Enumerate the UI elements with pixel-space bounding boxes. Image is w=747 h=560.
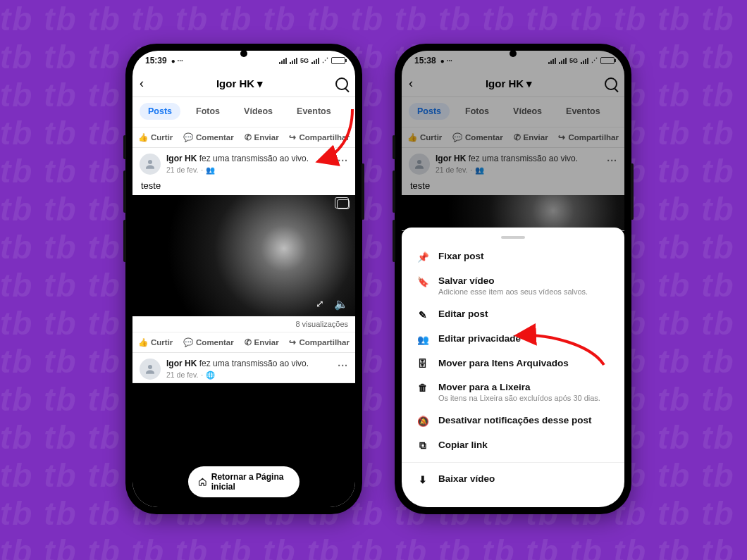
post-header-text: Igor HK fez uma transmissão ao vivo. 21 …: [436, 154, 578, 175]
post-actions-top: 👍 Curtir 💬 Comentar ✆ Enviar ↪ Compartil…: [402, 127, 624, 148]
people-icon: 👥: [416, 333, 430, 345]
app-bar: ‹ Igor HK ▾: [402, 70, 624, 97]
annotation-arrow: [303, 102, 374, 173]
dropdown-caret-icon: ▾: [257, 77, 263, 90]
camera-notch: [240, 50, 247, 57]
svg-point-0: [148, 160, 152, 164]
send-button[interactable]: ✆ Enviar: [245, 132, 279, 142]
return-home-button[interactable]: Retornar a Página inicial: [188, 466, 300, 497]
video-thumbnail[interactable]: [402, 195, 624, 230]
tab-bar: Posts Fotos Vídeos Eventos: [402, 97, 624, 127]
share-button[interactable]: ↪ Compartilhar: [289, 337, 350, 347]
video-thumbnail[interactable]: ⤢ 🔈: [132, 195, 355, 316]
post: Igor HK fez uma transmissão ao vivo. 21 …: [402, 148, 624, 231]
copy-icon: ⧉: [416, 440, 430, 452]
audience-icon: 👥: [206, 165, 215, 175]
network-label: 5G: [569, 57, 578, 64]
signal-icon: [290, 58, 297, 64]
tab-videos[interactable]: Vídeos: [235, 103, 281, 120]
post-menu-button[interactable]: ···: [607, 155, 617, 166]
dropdown-caret-icon: ▾: [526, 77, 532, 90]
send-button[interactable]: ✆ Enviar: [514, 132, 548, 142]
post-date: 21 de fev.: [166, 165, 198, 175]
post: Igor HK fez uma transmissão ao vivo. 21 …: [132, 148, 355, 353]
phone-right: 15:38 ● ··· 5G ⋰ ‹ Igor HK ▾ Posts Fotos: [395, 44, 631, 514]
audience-icon: 👥: [475, 165, 484, 175]
post: Igor HK fez uma transmissão ao vivo. 21 …: [132, 353, 355, 383]
comment-button[interactable]: 💬 Comentar: [452, 132, 503, 142]
menu-copiar-link[interactable]: ⧉ Copiar link: [402, 433, 624, 458]
menu-baixar-video[interactable]: ⬇ Baixar vídeo: [402, 467, 624, 492]
status-notif-icons: ● ···: [171, 57, 183, 65]
download-icon: ⬇: [416, 473, 430, 485]
post-menu-button[interactable]: ···: [338, 360, 348, 371]
camera-notch: [510, 50, 517, 57]
wifi-icon: ⋰: [591, 57, 598, 64]
status-time: 15:39: [145, 56, 167, 66]
status-time: 15:38: [414, 56, 436, 66]
search-icon[interactable]: [335, 77, 348, 90]
audience-icon: 🌐: [206, 370, 215, 380]
bookmark-icon: 🔖: [416, 275, 430, 287]
back-button[interactable]: ‹: [409, 76, 413, 91]
avatar[interactable]: [409, 154, 430, 175]
page-title[interactable]: Igor HK ▾: [486, 77, 532, 90]
comment-button[interactable]: 💬 Comentar: [183, 337, 234, 347]
avatar[interactable]: [140, 359, 161, 380]
app-bar: ‹ Igor HK ▾: [132, 70, 355, 97]
battery-icon: [600, 57, 615, 64]
post-date: 21 de fev.: [166, 370, 198, 380]
sheet-handle[interactable]: [501, 236, 525, 239]
tab-posts[interactable]: Posts: [140, 103, 180, 120]
like-button[interactable]: 👍 Curtir: [138, 132, 173, 142]
screen-right: 15:38 ● ··· 5G ⋰ ‹ Igor HK ▾ Posts Fotos: [402, 51, 624, 507]
tab-fotos[interactable]: Fotos: [457, 103, 498, 120]
bell-off-icon: 🔕: [416, 415, 430, 427]
volume-icon[interactable]: 🔈: [334, 297, 348, 311]
menu-salvar-video[interactable]: 🔖 Salvar vídeoAdicione esse item aos seu…: [402, 269, 624, 302]
status-notif-icons: ● ···: [440, 57, 452, 65]
picture-in-picture-icon: [337, 199, 350, 209]
post-actions: 👍 Curtir 💬 Comentar ✆ Enviar ↪ Compartil…: [132, 332, 355, 352]
annotation-arrow: [512, 330, 618, 379]
post-header-text: Igor HK fez uma transmissão ao vivo. 21 …: [166, 154, 309, 175]
battery-icon: [331, 57, 345, 64]
tab-fotos[interactable]: Fotos: [187, 103, 228, 120]
wifi-icon: ⋰: [322, 57, 328, 64]
tab-eventos[interactable]: Eventos: [557, 103, 609, 120]
tab-videos[interactable]: Vídeos: [505, 103, 550, 120]
send-button[interactable]: ✆ Enviar: [245, 337, 279, 347]
search-icon[interactable]: [605, 77, 617, 90]
svg-point-1: [148, 365, 152, 369]
tab-posts[interactable]: Posts: [409, 103, 450, 120]
network-label: 5G: [300, 57, 309, 64]
menu-fixar-post[interactable]: 📌 Fixar post: [402, 244, 624, 269]
share-button[interactable]: ↪ Compartilhar: [558, 132, 619, 142]
signal-icon: [581, 58, 588, 64]
menu-lixeira[interactable]: 🗑 Mover para a LixeiraOs itens na Lixeir…: [402, 375, 624, 409]
pin-icon: 📌: [416, 251, 430, 263]
expand-icon[interactable]: ⤢: [316, 298, 324, 309]
signal-icon: [279, 58, 287, 64]
avatar[interactable]: [140, 154, 161, 175]
menu-editar-post[interactable]: ✎ Editar post: [402, 302, 624, 327]
like-button[interactable]: 👍 Curtir: [138, 337, 173, 347]
post-date: 21 de fev.: [436, 165, 467, 175]
signal-icon: [548, 58, 556, 64]
post-header-text: Igor HK fez uma transmissão ao vivo. 21 …: [166, 359, 309, 380]
menu-desativar-notificacoes[interactable]: 🔕 Desativar notificações desse post: [402, 409, 624, 433]
pencil-icon: ✎: [416, 309, 430, 321]
signal-icon: [559, 58, 567, 64]
post-caption: teste: [402, 178, 624, 195]
view-count: 8 visualizações: [132, 316, 355, 332]
post-caption: teste: [132, 178, 355, 195]
like-button[interactable]: 👍 Curtir: [407, 132, 442, 142]
comment-button[interactable]: 💬 Comentar: [183, 132, 234, 142]
archive-icon: 🗄: [416, 358, 430, 369]
signal-icon: [311, 58, 319, 64]
page-title[interactable]: Igor HK ▾: [216, 77, 263, 90]
background-pattern: tb tb tb tb tb tb tb tb tb tb tb tb tb t…: [0, 0, 747, 560]
svg-point-2: [417, 160, 421, 164]
trash-icon: 🗑: [416, 382, 430, 393]
back-button[interactable]: ‹: [140, 76, 144, 91]
